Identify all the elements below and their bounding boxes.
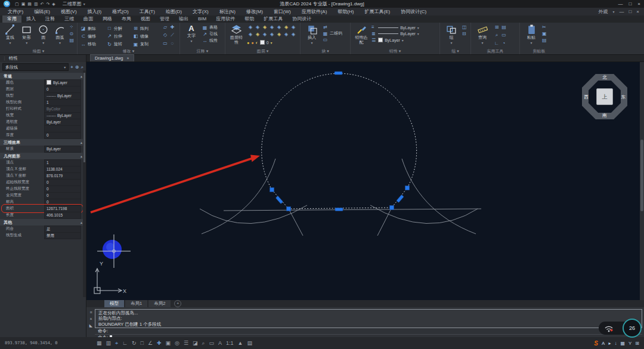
tray-icon[interactable]: ▦ (620, 341, 625, 346)
menu-item[interactable]: 插入(I) (82, 8, 107, 16)
utility-icon[interactable]: ▤ (500, 24, 507, 32)
panel-header[interactable]: ⋮ 特性 (0, 55, 86, 62)
layer-tool-icon[interactable]: ◈ (275, 24, 283, 32)
group-label-clipboard[interactable]: 剪贴板 (520, 48, 558, 54)
rectangle-button[interactable]: 矩形▾ (20, 24, 34, 48)
collapse-icon[interactable]: ▴ (80, 154, 82, 158)
draw-extra-icons[interactable]: ⁘⊙▤ (69, 24, 74, 48)
ribbon-tab[interactable]: 帮助 (240, 16, 259, 23)
compass-south[interactable]: 南 (601, 113, 608, 119)
modify-button[interactable]: ▣ 复制 (133, 41, 159, 48)
menu-item[interactable]: 工具(T) (134, 8, 160, 16)
modify-extra-icon[interactable]: ⟋ (169, 32, 176, 40)
layer-tool-icon[interactable]: ◈ (283, 32, 290, 39)
layer-tool-icon[interactable]: ◈ (247, 24, 254, 32)
group-label-block[interactable]: 块 ▾ (301, 48, 350, 54)
menu-item[interactable]: 应用软件(A) (296, 8, 333, 16)
status-toggle-icon[interactable]: ▲ (238, 340, 243, 347)
layer-tool-icon[interactable]: ◈ (254, 32, 261, 39)
layer-tool-icon[interactable]: ◈ (254, 24, 261, 32)
status-toggle-icon[interactable]: ✚ (157, 340, 162, 347)
modify-button[interactable]: ↔ 移动 (80, 41, 107, 48)
ribbon-tab[interactable]: BIM (193, 16, 211, 23)
property-value[interactable]: 禁用 (44, 232, 81, 239)
status-toggle-icon[interactable]: ∟ (122, 340, 128, 347)
group-button[interactable]: 组▾ (443, 24, 460, 48)
modify-extra-icon[interactable]: ✚ (169, 24, 176, 32)
modify-button[interactable]: ↻ 旋转 (107, 41, 133, 48)
qat-icon[interactable]: ◈ (52, 2, 55, 7)
drawing-canvas[interactable]: Y X 上 北 南 西 东 (86, 62, 644, 300)
ribbon-tab[interactable]: 管理 (155, 16, 174, 23)
status-toggle-icon[interactable]: ▭ (209, 340, 215, 347)
menu-item[interactable]: 标注(N) (214, 8, 241, 16)
status-toggle-icon[interactable]: 1:1 (226, 340, 234, 347)
status-toggle-icon[interactable]: A (218, 340, 222, 347)
status-toggle-icon[interactable]: ▤ (247, 340, 253, 347)
group-extra-icons[interactable]: ◫⊟ (462, 24, 467, 48)
layer-tool-icon[interactable]: ◈ (290, 32, 297, 39)
layer-on-icon[interactable]: ● (247, 41, 249, 45)
status-toggle-icon[interactable]: ◪ (193, 340, 198, 347)
layout-tab[interactable]: 模型 (104, 300, 124, 307)
command-gutter-icon[interactable]: ≡ (88, 310, 94, 314)
section-header-general[interactable]: 常规▴ (0, 73, 86, 79)
minimize-button[interactable]: — (618, 1, 623, 7)
qat-icon[interactable]: ▢ (15, 2, 19, 7)
canvas-scrollbar[interactable] (640, 62, 644, 300)
compass-top-face[interactable]: 上 (596, 88, 613, 105)
block-tool-button[interactable]: ⇄ (323, 24, 342, 30)
group-label-group[interactable]: 组 ▾ (440, 48, 470, 54)
menu-item[interactable]: 绘图(D) (160, 8, 187, 16)
qat-icon[interactable]: ▤ (27, 2, 32, 7)
panel-tool-icon[interactable]: ⌕ (81, 64, 83, 70)
ribbon-tab[interactable]: 网格 (98, 16, 117, 23)
linetype-icons[interactable]: ≡≣☰ (371, 24, 376, 48)
match-properties-button[interactable]: 特性匹配 (354, 24, 369, 48)
tray-icon[interactable]: S (594, 340, 598, 347)
group-label-annotate[interactable]: 注释 ▾ (180, 48, 225, 54)
modify-extra-icon[interactable]: ▱ (162, 24, 169, 32)
modify-button[interactable]: □ 分解 (107, 24, 133, 32)
copy-base-icon[interactable]: ▤ (542, 38, 547, 43)
ribbon-tab[interactable]: 视图 (136, 16, 155, 23)
network-overlay-widget[interactable]: 26 (599, 319, 642, 339)
group-label-modify[interactable]: 修改 ▾ (78, 48, 179, 54)
property-value[interactable]: 406.1015 (44, 212, 81, 219)
status-toggle-icon[interactable]: ▦ (97, 340, 102, 347)
command-gutter-icon[interactable]: × (88, 317, 94, 321)
group-label-layers[interactable]: 图层 ▾ (225, 48, 300, 54)
panel-scrollbar[interactable] (83, 70, 86, 297)
close-icon[interactable]: × (127, 56, 129, 60)
status-toggle-icon[interactable]: ⌕ (202, 340, 205, 347)
layer-tool-icon[interactable]: ◈ (261, 24, 268, 32)
layer-tool-icon[interactable]: ◈ (268, 24, 275, 32)
current-layer-name[interactable]: 0 (267, 41, 269, 45)
property-value[interactable]: ByLayer (44, 146, 81, 153)
layer-tool-icon[interactable]: ◈ (268, 32, 275, 39)
compass-west[interactable]: 西 (583, 94, 590, 100)
ribbon-tab[interactable]: 三维 (60, 16, 79, 23)
tray-icon[interactable]: A (602, 341, 605, 346)
layout-tab[interactable]: 布局2 (148, 300, 171, 307)
property-value[interactable]: 0 (44, 132, 81, 139)
compass-north[interactable]: 北 (601, 75, 608, 81)
workspace-switcher[interactable]: 二维草图 ▾ (63, 1, 85, 7)
status-toggle-icon[interactable]: ⌖ (115, 340, 118, 347)
layer-tool-icon[interactable]: ◈ (290, 24, 297, 32)
utility-icon[interactable]: ⌕ (493, 32, 500, 40)
ribbon-tab[interactable]: 扩展工具 (259, 16, 287, 23)
linetype-control[interactable]: ByLayer▾ (378, 32, 433, 36)
modify-button[interactable]: ◪ 删除 (80, 24, 107, 32)
layer-properties-button[interactable]: 图层特性 (228, 24, 244, 48)
appearance-menu[interactable]: 外观 (598, 8, 608, 15)
layer-freeze-icon[interactable]: ● (251, 41, 253, 45)
overlay-badge[interactable]: 26 (623, 319, 642, 338)
utility-icon[interactable]: ⊞ (493, 24, 500, 32)
object-type-select[interactable]: 多段线 ▾ (2, 63, 69, 71)
doc-close-button[interactable]: × (636, 9, 639, 14)
annotate-button[interactable]: ↔ 线性 (202, 38, 218, 44)
status-toggle-icon[interactable]: ↻ (132, 340, 137, 347)
utility-icon[interactable]: ▭ (500, 32, 507, 40)
tray-icon[interactable]: ▸ (608, 341, 611, 346)
